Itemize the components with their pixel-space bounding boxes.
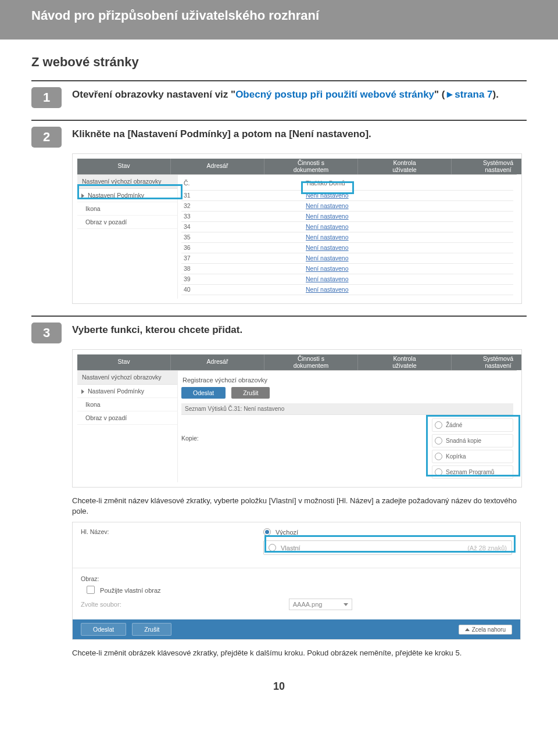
tab-kontrola[interactable]: Kontrola uživatele [358,159,452,174]
file-selector[interactable]: AAAA.png [289,599,352,610]
cell-link-neni-nastaveno[interactable]: Není nastaveno [306,286,349,293]
cell-link-neni-nastaveno[interactable]: Není nastaveno [306,192,349,199]
cell-link-neni-nastaveno[interactable]: Není nastaveno [306,275,349,282]
btn-zrusit-bottom[interactable]: Zrušit [132,623,171,636]
label-choose-file: Zvolte soubor: [81,601,121,608]
checkbox-icon [87,586,95,594]
cell-num: 40 [181,286,207,293]
radio-icon [435,468,442,476]
screenshot1-tabs: Stav Adresář Činnosti s dokumentem Kontr… [77,159,517,175]
cell-num: 32 [181,202,207,209]
tab-system[interactable]: Systémová nastavení [452,354,522,370]
cell-link-neni-nastaveno[interactable]: Není nastaveno [306,234,349,241]
step-number-3: 3 [31,323,62,343]
table-row: 31Není nastaveno [181,191,513,201]
cell-num: 39 [181,275,207,282]
screenshot-2: Stav Adresář Činnosti s dokumentem Kontr… [72,349,522,488]
opt-seznam-programu[interactable]: Seznam Programů [432,465,513,479]
table-row: 37Není nastaveno [181,253,513,264]
sidebar-item-podminky[interactable]: Nastavení Podmínky [77,189,177,202]
step-1-text: Otevření obrazovky nastavení viz "Obecný… [72,87,499,102]
screenshot2-sidebar: Nastavení výchozí obrazovky Nastavení Po… [77,371,178,482]
tab-kontrola-l1: Kontrola [393,355,416,362]
checkbox-use-custom-label: Použijte vlastní obraz [100,587,161,594]
opt-copier-label: Kopírka [446,453,466,460]
checkbox-use-custom[interactable]: Použijte vlastní obraz [87,586,512,594]
step-3: 3 Vyberte funkci, kterou chcete přidat. … [31,316,527,665]
step1-post: ). [493,89,499,100]
tab-stav[interactable]: Stav [77,159,171,174]
cell-num: 36 [181,244,207,251]
radio-vychozi-label: Výchozí [276,529,298,536]
paragraph-2: Chcete-li změnit obrázek klávesové zkrat… [72,648,521,658]
page-number: 10 [31,680,527,693]
tab-stav[interactable]: Stav [77,354,171,370]
tab-system-l1: Systémová [483,355,513,362]
radio-vychozi[interactable]: Výchozí [263,528,512,536]
cell-num: 31 [181,192,207,199]
btn-zrusit[interactable]: Zrušit [231,387,270,399]
step1-pre: Otevření obrazovky nastavení viz " [72,89,235,100]
tab-system-l2: nastavení [485,362,512,369]
tab-system-l2: nastavení [485,166,512,173]
btn-odeslat[interactable]: Odeslat [181,387,226,399]
tab-kontrola-l1: Kontrola [393,159,416,166]
tab-adresar[interactable]: Adresář [171,159,264,174]
tab-system[interactable]: Systémová nastavení [452,159,522,174]
sidebar-item-ikona[interactable]: Ikona [77,398,177,411]
tab-kontrola[interactable]: Kontrola uživatele [358,354,452,370]
tab-adresar[interactable]: Adresář [171,354,264,370]
cell-link-neni-nastaveno[interactable]: Není nastaveno [306,265,349,272]
cell-link-neni-nastaveno[interactable]: Není nastaveno [306,244,349,251]
table-row: 34Není nastaveno [181,222,513,232]
screenshot2-tabs: Stav Adresář Činnosti s dokumentem Kontr… [77,354,517,371]
screenshot-3: Hl. Název: Výchozí Vlastní (Až 28 znaků)… [72,522,521,640]
cell-link-neni-nastaveno[interactable]: Není nastaveno [306,202,349,209]
opt-zadne-label: Žádné [446,422,462,428]
tab-cinnosti[interactable]: Činnosti s dokumentem [264,159,358,174]
cell-num: 33 [181,213,207,220]
table-row: 35Není nastaveno [181,232,513,243]
opt-kopirka[interactable]: Kopírka [432,450,513,463]
step-2: 2 Klikněte na [Nastavení Podmínky] a pot… [31,120,527,311]
btn-zcela-nahoru[interactable]: Zcela nahoru [459,625,512,635]
screenshot1-main: Č. Tlačítko Domů 31Není nastaveno32Není … [178,175,517,299]
tab-cinnosti[interactable]: Činnosti s dokumentem [264,354,358,370]
sidebar-item-podminky[interactable]: Nastavení Podmínky [77,385,177,398]
screenshot-1: Stav Adresář Činnosti s dokumentem Kontr… [72,153,522,304]
tab-cinnosti-l2: dokumentem [294,362,329,369]
sidebar-item-obraz[interactable]: Obraz v pozadí [77,216,177,229]
cell-link-neni-nastaveno[interactable]: Není nastaveno [306,213,349,220]
opt-zadne[interactable]: Žádné [432,418,513,432]
btn-top-label: Zcela nahoru [472,626,506,633]
step1-link-2[interactable]: strana 7 [455,89,492,100]
cell-link-neni-nastaveno[interactable]: Není nastaveno [306,223,349,230]
header-title: Návod pro přizpůsobení uživatelského roz… [31,8,319,23]
file-name: AAAA.png [293,601,323,608]
step-number-1: 1 [31,87,62,108]
sidebar-item-ikona[interactable]: Ikona [77,202,177,216]
step-number-2: 2 [31,127,62,148]
radio-icon [435,437,442,445]
label-obraz: Obraz: [81,575,512,582]
bottom-bar: Odeslat Zrušit Zcela nahoru [73,619,520,639]
tab-system-l1: Systémová [483,159,513,166]
opt-snadna-kopie[interactable]: Snadná kopie [432,434,513,447]
screenshot1-sidebar: Nastavení výchozí obrazovky Nastavení Po… [77,175,178,299]
radio-vlastni-row[interactable]: Vlastní (Až 28 znaků) [263,540,512,555]
screenshot2-main: Registrace výchozí obrazovky Odeslat Zru… [178,371,517,482]
cell-num: 38 [181,265,207,272]
table-row: 38Není nastaveno [181,264,513,274]
sidebar-head: Nastavení výchozí obrazovky [77,371,177,385]
step1-link-1[interactable]: Obecný postup při použití webové stránky [235,89,434,100]
th-btn: Tlačítko Domů [207,180,513,188]
link-triangle-icon: ► [445,89,455,100]
cell-link-neni-nastaveno[interactable]: Není nastaveno [306,255,349,261]
step-3-text: Vyberte funkci, kterou chcete přidat. [72,323,242,337]
panel-title: Registrace výchozí obrazovky [181,374,513,387]
opt-easy-label: Snadná kopie [446,438,481,444]
sidebar-item-obraz[interactable]: Obraz v pozadí [77,411,177,425]
btn-odeslat-bottom[interactable]: Odeslat [81,623,126,636]
radio-icon [435,453,442,460]
radio-icon [269,544,276,551]
